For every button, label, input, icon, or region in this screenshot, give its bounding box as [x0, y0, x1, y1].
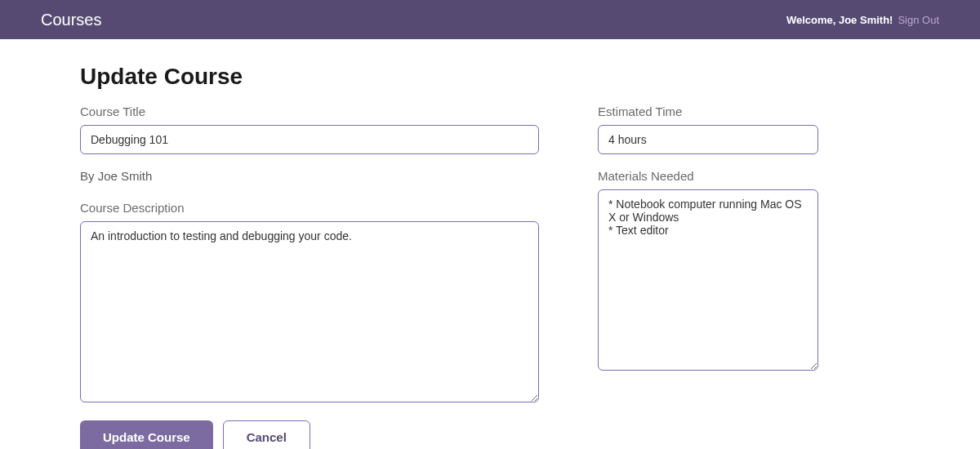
- course-description-label: Course Description: [80, 201, 539, 215]
- form-right-column: Estimated Time Materials Needed: [598, 104, 818, 374]
- course-byline: By Joe Smith: [80, 169, 539, 183]
- materials-needed-label: Materials Needed: [598, 169, 818, 183]
- estimated-time-field: Estimated Time: [598, 104, 818, 154]
- header-right: Welcome, Joe Smith! Sign Out: [786, 14, 939, 26]
- page-title: Update Course: [80, 64, 900, 90]
- welcome-text: Welcome, Joe Smith!: [786, 14, 893, 26]
- estimated-time-input[interactable]: [598, 125, 818, 154]
- course-title-label: Course Title: [80, 104, 539, 118]
- sign-out-link[interactable]: Sign Out: [898, 14, 939, 26]
- button-row: Update Course Cancel: [80, 420, 539, 449]
- materials-needed-textarea[interactable]: [598, 189, 818, 371]
- header-inner: Courses Welcome, Joe Smith! Sign Out: [41, 11, 939, 29]
- header-bar: Courses Welcome, Joe Smith! Sign Out: [0, 0, 980, 39]
- estimated-time-label: Estimated Time: [598, 104, 818, 118]
- course-title-input[interactable]: [80, 125, 539, 154]
- course-title-field: Course Title: [80, 104, 539, 154]
- form-row: Course Title By Joe Smith Course Descrip…: [80, 104, 900, 449]
- course-description-field: Course Description: [80, 201, 539, 406]
- brand-link[interactable]: Courses: [41, 11, 101, 29]
- materials-needed-field: Materials Needed: [598, 169, 818, 374]
- cancel-button[interactable]: Cancel: [223, 420, 310, 449]
- course-description-textarea[interactable]: [80, 221, 539, 402]
- update-course-button[interactable]: Update Course: [80, 420, 213, 449]
- form-left-column: Course Title By Joe Smith Course Descrip…: [80, 104, 539, 449]
- main-container: Update Course Course Title By Joe Smith …: [41, 39, 939, 449]
